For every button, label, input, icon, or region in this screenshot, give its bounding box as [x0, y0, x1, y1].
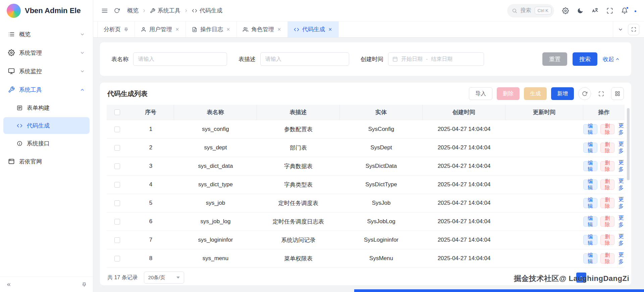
delete-button[interactable]: 删除 — [600, 124, 614, 134]
sidebar-item-system-tools[interactable]: 系统工具 — [3, 81, 90, 98]
refresh-icon — [582, 91, 587, 96]
tab-actions-dropdown-button[interactable] — [618, 27, 623, 32]
content-fullscreen-button[interactable] — [628, 24, 639, 35]
row-checkbox[interactable] — [114, 200, 120, 206]
add-button[interactable]: 新增 — [551, 87, 574, 100]
delete-button[interactable]: 删除 — [600, 235, 614, 245]
delete-button[interactable]: 删除 — [600, 216, 614, 227]
table-scrollbar[interactable] — [627, 108, 630, 180]
search-button[interactable]: 搜索 — [573, 52, 597, 66]
sidebar-item-overview[interactable]: 概览 — [3, 26, 90, 43]
more-button[interactable]: 更多 — [618, 159, 625, 173]
app-logo-row[interactable]: Vben Admin Ele — [0, 0, 93, 21]
select-all-checkbox[interactable] — [114, 109, 120, 115]
refresh-page-button[interactable] — [114, 8, 120, 13]
close-tab-button[interactable] — [277, 27, 281, 32]
sidebar-item-form-builder[interactable]: 表单构建 — [3, 99, 90, 116]
tab-user-management[interactable]: 用户管理 — [135, 21, 186, 37]
row-checkbox[interactable] — [114, 256, 120, 261]
row-checkbox[interactable] — [114, 163, 120, 169]
tab-role-management[interactable]: 角色管理 — [237, 21, 288, 37]
cell-index: 2 — [127, 139, 174, 157]
table-desc-input[interactable] — [260, 52, 349, 66]
table-desc-label: 表描述 — [238, 55, 256, 63]
more-button[interactable]: 更多 — [618, 233, 625, 247]
close-tab-button[interactable] — [226, 27, 230, 32]
app-logo-icon — [7, 4, 21, 18]
refresh-icon — [114, 8, 120, 13]
edit-button[interactable]: 编辑 — [583, 180, 597, 190]
delete-button[interactable]: 删除 — [600, 161, 614, 171]
fullscreen-button[interactable] — [606, 7, 613, 14]
edit-button[interactable]: 编辑 — [583, 253, 597, 263]
page-1-button[interactable]: 1 — [576, 273, 586, 283]
breadcrumb-item[interactable]: 概览 — [127, 7, 139, 14]
table-row[interactable]: 6 sys_job_log 定时任务调度日志表 SysJobLog 2025-0… — [107, 212, 625, 231]
table-row[interactable]: 4 sys_dict_type 字典类型表 SysDictType 2025-0… — [107, 176, 625, 194]
table-row[interactable]: 1 sys_config 参数配置表 SysConfig 2025-04-27 … — [107, 120, 625, 139]
row-checkbox[interactable] — [114, 219, 120, 225]
row-checkbox[interactable] — [114, 127, 120, 132]
table-row[interactable]: 7 sys_logininfor 系统访问记录 SysLogininfor 20… — [107, 231, 625, 249]
more-button[interactable]: 更多 — [618, 122, 625, 136]
more-button[interactable]: 更多 — [618, 178, 625, 192]
more-button[interactable]: 更多 — [618, 141, 625, 155]
more-button[interactable]: 更多 — [618, 251, 625, 265]
delete-button[interactable]: 删除 — [600, 143, 614, 153]
table-row[interactable]: 2 sys_dept 部门表 SysDept 2025-04-27 14:04:… — [107, 139, 625, 157]
delete-button[interactable]: 删除 — [600, 180, 614, 190]
table-row[interactable]: 5 sys_job 定时任务调度表 SysJob 2025-04-27 14:0… — [107, 194, 625, 212]
batch-delete-button[interactable]: 删除 — [497, 87, 520, 100]
table-fullscreen-button[interactable] — [595, 87, 607, 100]
refresh-table-button[interactable] — [578, 87, 591, 100]
tab-operation-log[interactable]: 操作日志 — [186, 21, 237, 37]
sidebar-item-label: 系统工具 — [19, 86, 42, 94]
notifications-button[interactable] — [621, 7, 628, 14]
collapse-sidebar-button[interactable] — [6, 282, 11, 287]
sidebar-item-code-generation[interactable]: 代码生成 — [3, 117, 90, 134]
date-range-picker[interactable]: 开始日期 - 结束日期 — [388, 52, 484, 66]
edit-button[interactable]: 编辑 — [583, 143, 597, 153]
row-checkbox[interactable] — [114, 145, 120, 151]
breadcrumb-item[interactable]: 代码生成 — [192, 7, 222, 14]
edit-button[interactable]: 编辑 — [583, 216, 597, 227]
settings-button[interactable] — [562, 7, 569, 14]
table-row[interactable]: 3 sys_dict_data 字典数据表 SysDictData 2025-0… — [107, 157, 625, 176]
delete-button[interactable]: 删除 — [600, 253, 614, 263]
more-button[interactable]: 更多 — [618, 214, 625, 229]
page-size-select[interactable]: 20条/页 — [144, 272, 184, 284]
sidebar-item-system-management[interactable]: 系统管理 — [3, 44, 90, 61]
column-settings-button[interactable] — [611, 87, 624, 100]
edit-button[interactable]: 编辑 — [583, 235, 597, 245]
edit-button[interactable]: 编辑 — [583, 161, 597, 171]
edit-button[interactable]: 编辑 — [583, 124, 597, 134]
collapse-filter-link[interactable]: 收起 — [603, 55, 620, 63]
dark-mode-toggle[interactable] — [577, 7, 584, 14]
sidebar-item-system-api[interactable]: 系统接口 — [3, 135, 90, 152]
row-checkbox[interactable] — [114, 237, 120, 243]
generate-button[interactable]: 生成 — [524, 87, 547, 100]
reset-button[interactable]: 重置 — [542, 52, 567, 66]
close-tab-button[interactable] — [328, 27, 332, 32]
breadcrumb-item[interactable]: 系统工具 — [150, 7, 180, 14]
hamburger-menu-button[interactable] — [101, 7, 108, 14]
cell-table-name: sys_menu — [174, 249, 257, 267]
tab-analysis[interactable]: 分析页 — [97, 21, 135, 37]
collapse-label: 收起 — [603, 55, 614, 63]
pin-sidebar-button[interactable] — [82, 282, 87, 287]
sidebar-item-ruoyi-site[interactable]: 若依官网 — [3, 153, 90, 170]
close-tab-button[interactable] — [175, 27, 179, 32]
import-button[interactable]: 导入 — [469, 87, 492, 100]
tab-code-generation[interactable]: 代码生成 — [288, 21, 339, 37]
more-button[interactable]: 更多 — [618, 196, 625, 210]
delete-button[interactable]: 删除 — [600, 198, 614, 208]
filter-actions: 重置 搜索 收起 — [542, 52, 620, 66]
table-name-input[interactable] — [133, 52, 227, 66]
pin-icon[interactable] — [124, 27, 128, 32]
sidebar-item-system-monitor[interactable]: 系统监控 — [3, 62, 90, 80]
table-row[interactable]: 8 sys_menu 菜单权限表 SysMenu 2025-04-27 14:0… — [107, 249, 625, 268]
language-switch-button[interactable] — [592, 7, 598, 14]
row-checkbox[interactable] — [114, 182, 120, 188]
global-search[interactable]: 搜索 Ctrl K — [507, 4, 554, 17]
edit-button[interactable]: 编辑 — [583, 198, 597, 208]
